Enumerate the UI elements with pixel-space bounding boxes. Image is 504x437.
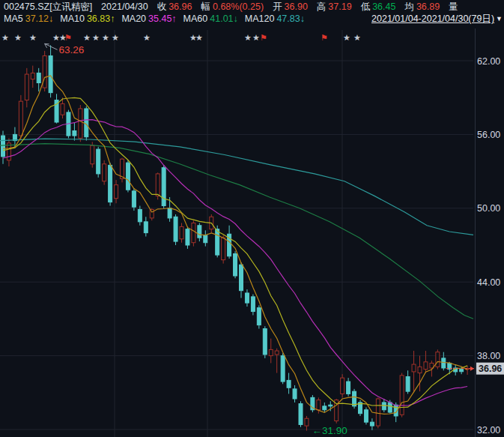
quote-date: 2021/04/30 — [101, 1, 148, 12]
candle-body — [329, 405, 333, 406]
candle-body — [234, 253, 237, 276]
ma5-legend-label: MA5 — [4, 13, 23, 24]
candle-body — [251, 297, 255, 312]
candle-body — [353, 391, 356, 406]
event-star-icon[interactable]: ★ — [29, 33, 37, 42]
ma10-legend-value: 36.83↑ — [87, 13, 115, 24]
candle-body — [115, 185, 118, 199]
event-flag-icon[interactable]: ⚑ — [64, 33, 72, 42]
quote-fields: 收36.96幅0.68%(0.25)开36.90高37.19低36.45均36.… — [157, 1, 458, 12]
candle-body — [222, 238, 225, 260]
candle-body — [269, 349, 273, 355]
candle-body — [245, 293, 249, 303]
candle-body — [382, 403, 386, 410]
quote-field-label: 开 — [273, 1, 282, 12]
candle-body — [19, 101, 22, 136]
candle-body — [364, 410, 368, 422]
candle-body — [305, 418, 309, 426]
candle-body — [370, 422, 374, 426]
ma20-legend-value: 35.45↑ — [148, 13, 177, 24]
candle-body — [156, 174, 160, 196]
candle-body — [174, 217, 177, 241]
ma60-legend-value: 41.01↓ — [210, 13, 238, 24]
candle-body — [49, 55, 52, 92]
event-star-icon[interactable]: ★ — [244, 33, 252, 42]
candle-body — [347, 382, 350, 394]
candle-body — [287, 380, 291, 388]
event-star-icon[interactable]: ★ — [83, 33, 91, 42]
ma-legend: MA537.12↓MA1036.83↑MA2035.45↑MA6041.01↓M… — [4, 13, 305, 24]
candle-body — [180, 226, 183, 238]
event-star-icon[interactable]: ★ — [143, 33, 151, 42]
y-axis-label: 38.00 — [477, 351, 500, 361]
candle-body — [317, 400, 321, 410]
candle-body — [150, 209, 154, 217]
y-axis-label: 62.00 — [477, 56, 500, 67]
candle-body — [418, 367, 422, 373]
quote-field-low: 低36.45 — [361, 1, 396, 12]
ma10-legend-label: MA10 — [60, 13, 85, 24]
candle-body — [97, 149, 100, 174]
date-range-selector[interactable]: 2021/01/04-2021/04/30(79日)▼ — [371, 13, 503, 24]
event-star-icon[interactable]: ★ — [1, 33, 9, 42]
quote-field-value: 36.90 — [285, 1, 308, 12]
ma-legend-row: MA537.12↓MA1036.83↑MA2035.45↑MA6041.01↓M… — [4, 13, 503, 24]
y-axis-label: 44.00 — [477, 277, 500, 288]
candle-body — [138, 209, 142, 221]
candle-body — [103, 164, 106, 181]
ma20-legend-label: MA20 — [121, 13, 146, 24]
event-star-icon[interactable]: ★ — [14, 33, 22, 42]
ma60-line — [0, 144, 473, 319]
candle-body — [37, 73, 40, 82]
candle-body — [388, 403, 392, 412]
candle-body — [341, 378, 344, 394]
candle-body — [162, 168, 166, 206]
y-axis-label: 50.00 — [477, 203, 500, 214]
quote-field-value: 0.68%(0.25) — [213, 1, 264, 12]
event-star-icon[interactable]: ★ — [343, 33, 350, 42]
event-star-icon[interactable]: ★ — [92, 33, 100, 42]
candle-body — [293, 389, 297, 399]
stock-chart-window: 63.26←31.9036.9662.0056.0050.0044.0038.0… — [0, 0, 504, 437]
low-price-annotation: ←31.90 — [312, 425, 347, 436]
candle-body — [198, 226, 201, 238]
quote-field-label: 量 — [449, 1, 458, 12]
ma60-legend-label: MA60 — [183, 13, 208, 24]
y-axis-label: 32.00 — [477, 425, 500, 436]
candle-body — [424, 362, 428, 370]
ma120-legend: MA12047.83↓ — [245, 13, 305, 24]
candle-body — [400, 376, 404, 415]
event-star-icon[interactable]: ★ — [252, 33, 260, 42]
candle-body — [25, 74, 28, 100]
quote-field-value: 36.89 — [416, 1, 440, 12]
candle-body — [406, 376, 410, 391]
candle-body — [240, 265, 243, 290]
dropdown-icon[interactable]: ▼ — [496, 15, 503, 22]
ma5-legend-value: 37.12↓ — [25, 13, 54, 24]
current-price-label: 36.96 — [479, 364, 502, 374]
candle-body — [204, 235, 207, 243]
event-flag-icon[interactable]: ⚑ — [321, 33, 328, 42]
ma20-legend: MA2035.45↑ — [121, 13, 176, 24]
quote-field-value: 36.96 — [168, 1, 192, 12]
current-price-arrow — [470, 367, 474, 371]
candle-body — [436, 352, 440, 367]
ma5-legend: MA537.12↓ — [4, 13, 53, 24]
ma120-legend-label: MA120 — [245, 13, 275, 24]
event-star-icon[interactable]: ★ — [102, 33, 109, 42]
candle-body — [168, 208, 171, 218]
event-flag-icon[interactable]: ⚑ — [260, 33, 267, 42]
quote-field-label: 均 — [404, 1, 414, 12]
candle-body — [79, 109, 82, 138]
candle-body — [186, 229, 189, 245]
ma10-legend: MA1036.83↑ — [60, 13, 115, 24]
event-star-icon[interactable]: ★ — [112, 33, 119, 42]
date-range-label: 2021/01/04-2021/04/30(79日) — [371, 13, 494, 24]
candle-body — [257, 308, 261, 325]
quote-field-value: 37.19 — [328, 1, 351, 12]
quote-field-avg: 均36.89 — [404, 1, 440, 12]
candle-body — [323, 406, 327, 410]
event-star-icon[interactable]: ★ — [353, 33, 361, 42]
event-star-icon[interactable]: ★ — [195, 33, 203, 42]
kline-chart-canvas[interactable]: 63.26←31.9036.9662.0056.0050.0044.0038.0… — [0, 0, 504, 437]
